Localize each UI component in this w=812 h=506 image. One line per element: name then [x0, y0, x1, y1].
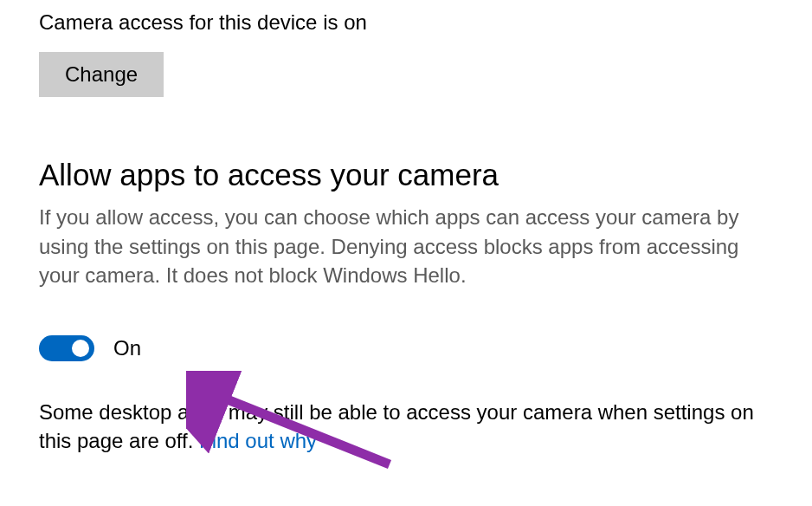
- allow-apps-toggle-row: On: [39, 335, 773, 361]
- toggle-state-label: On: [113, 336, 141, 360]
- footer-text-start: Some desktop apps may still be able to a…: [39, 400, 754, 453]
- change-button[interactable]: Change: [39, 52, 164, 97]
- allow-apps-heading: Allow apps to access your camera: [39, 158, 773, 192]
- find-out-why-link[interactable]: Find out why: [199, 429, 317, 452]
- toggle-knob-icon: [72, 340, 89, 357]
- allow-apps-description: If you allow access, you can choose whic…: [39, 203, 773, 290]
- allow-apps-toggle[interactable]: [39, 335, 94, 361]
- desktop-apps-notice: Some desktop apps may still be able to a…: [39, 398, 773, 456]
- camera-device-status: Camera access for this device is on: [39, 10, 773, 35]
